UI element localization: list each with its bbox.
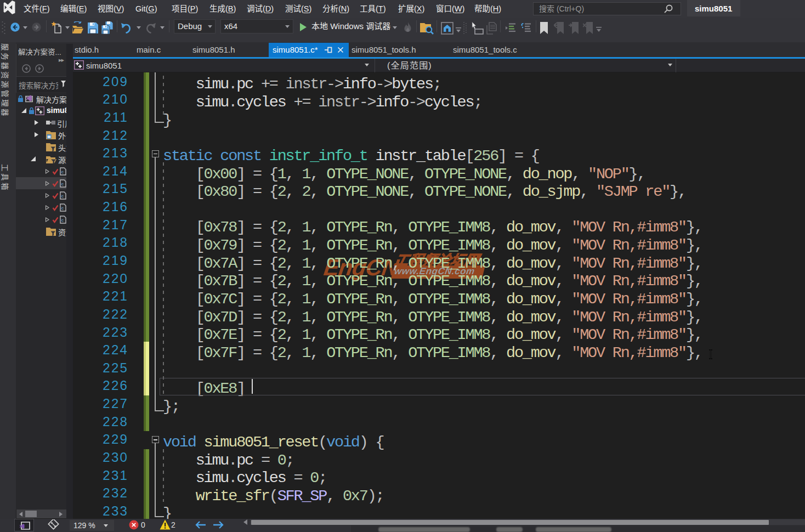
- svg-text:c: c: [61, 206, 64, 211]
- svg-text:c: c: [61, 182, 64, 186]
- svg-text:c: c: [61, 169, 64, 174]
- svg-text:c: c: [61, 194, 64, 199]
- svg-text:c: c: [61, 218, 64, 223]
